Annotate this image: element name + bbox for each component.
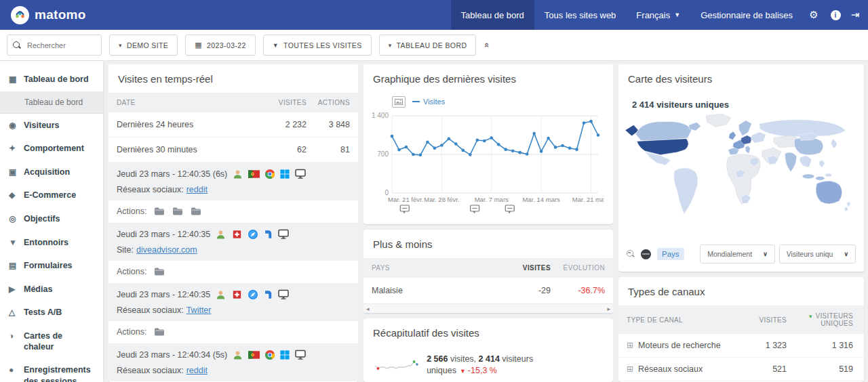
collapse-chevrons-icon[interactable]: « (483, 43, 493, 47)
sidebar-item-label: Tableau de bord (24, 74, 89, 85)
visit-time: Jeudi 23 mars - 12:40:35 (6s) (117, 169, 227, 179)
sidebar-item-acquisition[interactable]: ▣Acquisition (0, 161, 103, 184)
matomo-logo[interactable]: matomo (0, 0, 97, 30)
nav-item-1[interactable]: Tous les sites web (534, 0, 627, 30)
legend-label: Visites (423, 98, 445, 106)
referrer-link[interactable]: Twitter (186, 305, 212, 315)
expand-plus-icon[interactable]: ⊞ (627, 364, 633, 374)
recap-value-bold: 2 566 (427, 354, 448, 364)
sidebar-item-label: Objectifs (24, 213, 60, 224)
nav-item-0[interactable]: Tableau de bord (451, 0, 534, 30)
column-2: Graphique des dernières visites Visites … (363, 61, 613, 382)
sidebar-subitem-1[interactable]: Tableau de bord (0, 91, 103, 114)
sidebar-item-tableau-de-bord[interactable]: ▦Tableau de bord (0, 68, 103, 91)
visit-actions-row-2: Actions: (108, 321, 358, 343)
col-header-visites[interactable]: VISITES (263, 99, 307, 106)
col-header-visites[interactable]: VISITES (503, 264, 551, 272)
site-selector-button[interactable]: ▾ DEMO SITE (109, 35, 178, 56)
country-flag-switzerland-icon (231, 230, 243, 238)
segment-selector-label: TOUTES LES VISITES (283, 41, 362, 49)
content-area: ▦Tableau de bordTableau de bord◉Visiteur… (0, 61, 868, 382)
sign-out-icon[interactable]: ⇥ (846, 0, 868, 30)
svg-text:Mar. 21 févr.: Mar. 21 févr. (388, 196, 423, 203)
legend-item-visites[interactable]: Visites (412, 98, 445, 106)
behaviour-icon: ✦ (9, 144, 18, 154)
sidebar-item-e-commerce[interactable]: ◆E-Commerce (0, 184, 103, 207)
visiteurs-uniques-cell: 519 (791, 364, 853, 374)
search-box[interactable] (7, 35, 102, 56)
nav-item-3[interactable]: Gestionnaire de balises (690, 0, 803, 30)
svg-text:700: 700 (377, 150, 389, 158)
left-sidebar: ▦Tableau de bordTableau de bord◉Visiteur… (0, 61, 103, 382)
referrer-type-label: Réseaux sociaux: (117, 366, 184, 375)
svg-text:Mar. 7 mars: Mar. 7 mars (475, 196, 509, 203)
col-header-visiteurs-uniques[interactable]: ▼VISITEURS UNIQUES (791, 312, 853, 327)
plus-moins-title: Plus & moins (363, 230, 613, 258)
col-header-pays[interactable]: PAYS (372, 264, 503, 272)
export-image-icon[interactable] (392, 96, 406, 108)
nav-item-2[interactable]: Français▼ (626, 0, 690, 30)
sidebar-item-formulaires[interactable]: ▤Formulaires (0, 254, 103, 278)
sidebar-item-visiteurs[interactable]: ◉Visiteurs (0, 114, 103, 137)
visits-evolution-chart: Visites 07001 400Mar. 21 févr.Mar. 28 fé… (363, 94, 613, 224)
sidebar-item-tests-a-b[interactable]: △Tests A/B (0, 301, 103, 324)
col-header-evolution[interactable]: ÉVOLUTION (551, 264, 605, 272)
col-header-type-de-canal[interactable]: TYPE DE CANAL (627, 316, 735, 324)
world-map[interactable]: 2 414 visiteurs uniques (618, 93, 864, 239)
visitor-person-icon (216, 290, 226, 300)
session-recordings-icon: ● (9, 365, 18, 376)
sidebar-item-m-dias[interactable]: ▶Médias (0, 278, 103, 301)
line-chart-svg[interactable]: 07001 400Mar. 21 févr.Mar. 28 févr.Mar. … (370, 109, 604, 216)
search-input[interactable] (26, 41, 96, 50)
date-selector-button[interactable]: ▦ 2023-03-22 (185, 35, 256, 56)
info-icon[interactable]: i (825, 0, 846, 30)
region-toggle-pays[interactable]: Pays (657, 248, 684, 260)
page-folder-icon (154, 207, 165, 216)
chevron-down-icon: ∨ (763, 251, 768, 257)
col-header-utilisateurs[interactable]: UTILISAT (857, 316, 864, 324)
ab-tests-icon: △ (9, 307, 18, 318)
col-header-actions[interactable]: ACTIONS (307, 99, 350, 106)
segment-selector-button[interactable]: ▼ TOUTES LES VISITES (263, 35, 372, 56)
summary-actions: 3 848 (307, 120, 350, 129)
map-scope-value: Mondialement (707, 250, 752, 258)
top-nav-items: Tableau de bordTous les sites webFrançai… (451, 0, 803, 30)
delta-value: -15,3 % (468, 366, 497, 375)
scroll-left-arrow-icon[interactable]: ◂ (366, 305, 370, 312)
referrer-link[interactable]: reddit (186, 185, 208, 194)
caret-down-icon: ▼ (674, 12, 680, 18)
dashboard-selector-label: TABLEAU DE BORD (397, 41, 467, 49)
channel-name: Réseaux sociaux (638, 364, 703, 374)
globe-icon[interactable] (641, 249, 651, 259)
sidebar-item-objectifs[interactable]: ◎Objectifs (0, 207, 103, 231)
dashboard-selector-button[interactable]: ▾ TABLEAU DE BORD (379, 35, 477, 56)
visitor-map-widget: Carte des visiteurs 2 414 visiteurs uniq… (618, 64, 864, 272)
map-metric-select[interactable]: Visiteurs uniqu ∨ (779, 245, 856, 263)
graph-widget-title: Graphique des dernières visites (363, 64, 613, 93)
col-header-visites[interactable]: VISITES (739, 316, 787, 324)
scroll-right-arrow-icon[interactable]: ▸ (607, 305, 610, 312)
column-3: Carte des visiteurs 2 414 visiteurs uniq… (618, 61, 868, 382)
col-header-date[interactable]: DATE (117, 99, 263, 106)
desktop-device-icon (295, 169, 306, 179)
nav-item-label: Français (636, 10, 670, 20)
referrer-link[interactable]: diveadvisor.com (136, 245, 197, 255)
visites-cell: 1 323 (739, 341, 787, 350)
sidebar-item-cartes-de-chaleur[interactable]: ◑Cartes de chaleur (0, 324, 103, 359)
referrer-link[interactable]: reddit (186, 366, 208, 375)
map-scope-select[interactable]: Mondialement ∨ (700, 245, 775, 263)
matomo-logo-icon (11, 6, 29, 24)
sidebar-item-enregistrements-des-sessions[interactable]: ●Enregistrements des sessions (0, 358, 103, 382)
settings-gear-icon[interactable]: ⚙ (803, 0, 825, 30)
zoom-out-icon[interactable] (627, 250, 635, 258)
sidebar-item-label: Cartes de chaleur (24, 331, 94, 353)
svg-text:Mar. 21 mars: Mar. 21 mars (572, 196, 604, 203)
summary-date: Dernières 30 minutes (117, 145, 263, 154)
recap-metric-text: 2 566 visites, 2 414 visiteurs uniques▼-… (427, 354, 604, 377)
expand-plus-icon[interactable]: ⊞ (627, 341, 633, 350)
sidebar-item-entonnoirs[interactable]: ▼Entonnoirs (0, 231, 103, 255)
sidebar-item-label: Visiteurs (24, 120, 60, 131)
sidebar-item-comportement[interactable]: ✦Comportement (0, 137, 103, 161)
horizontal-scrollbar[interactable]: ◂ ▸ (363, 303, 613, 313)
svg-text:Mar. 28 févr.: Mar. 28 févr. (424, 196, 459, 203)
